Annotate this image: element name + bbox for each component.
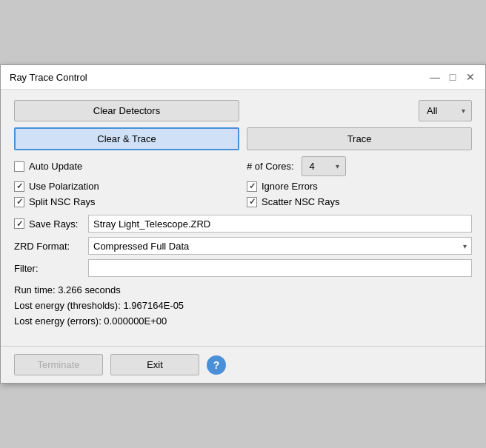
lost-energy-errors-stat: Lost energy (errors): 0.000000E+00	[14, 315, 472, 327]
lost-energy-thresh-stat: Lost energy (thresholds): 1.967164E-05	[14, 300, 472, 311]
cores-dropdown-button[interactable]: 4 ▾	[302, 156, 346, 176]
split-nsc-rays-option: Split NSC Rays	[14, 196, 239, 207]
ignore-errors-label: Ignore Errors	[262, 181, 318, 192]
save-rays-label: Save Rays:	[29, 218, 78, 230]
trace-button[interactable]: Trace	[247, 127, 472, 150]
button-row-1: Clear Detectors All ▾	[14, 100, 472, 121]
all-label: All	[427, 105, 437, 116]
save-rays-checkbox[interactable]	[14, 218, 24, 229]
cores-dropdown-arrow: ▾	[336, 162, 339, 170]
use-polarization-checkbox[interactable]	[14, 181, 24, 192]
clear-detectors-wrapper: Clear Detectors	[14, 100, 239, 121]
use-polarization-option: Use Polarization	[14, 181, 239, 192]
scatter-nsc-rays-label: Scatter NSC Rays	[262, 196, 339, 207]
cores-value: 4	[310, 161, 315, 172]
title-bar-controls: — □ ✕	[429, 71, 476, 83]
minimize-button[interactable]: —	[429, 71, 441, 83]
cores-option: # of Cores: 4 ▾	[247, 156, 472, 176]
filter-input[interactable]	[88, 259, 472, 277]
filter-label: Filter:	[14, 263, 81, 274]
auto-update-label: Auto Update	[29, 161, 82, 172]
zrd-format-value: Compressed Full Data	[93, 241, 189, 252]
content-area: Clear Detectors All ▾ Clear & Trace Trac…	[1, 90, 485, 346]
scatter-nsc-rays-option: Scatter NSC Rays	[247, 196, 472, 207]
maximize-button[interactable]: □	[447, 71, 459, 83]
options-grid: Auto Update # of Cores: 4 ▾ Use Polariza…	[14, 156, 472, 207]
clear-and-trace-button[interactable]: Clear & Trace	[14, 127, 239, 150]
scatter-nsc-rays-checkbox[interactable]	[247, 197, 257, 207]
title-bar: Ray Trace Control — □ ✕	[1, 65, 485, 90]
close-button[interactable]: ✕	[465, 71, 476, 83]
zrd-format-dropdown[interactable]: Compressed Full Data ▾	[88, 237, 472, 255]
auto-update-checkbox[interactable]	[14, 161, 24, 172]
zrd-format-arrow: ▾	[463, 242, 467, 250]
button-row-2: Clear & Trace Trace	[14, 127, 472, 150]
terminate-button[interactable]: Terminate	[14, 354, 103, 375]
use-polarization-label: Use Polarization	[29, 181, 99, 192]
zrd-format-row: ZRD Format: Compressed Full Data ▾	[14, 237, 472, 255]
cores-label: # of Cores:	[247, 161, 294, 172]
zrd-format-label: ZRD Format:	[14, 241, 81, 252]
all-dropdown-button[interactable]: All ▾	[419, 100, 472, 121]
all-dropdown-wrapper: All ▾	[247, 100, 472, 121]
window-title: Ray Trace Control	[10, 72, 87, 83]
exit-button[interactable]: Exit	[110, 354, 199, 375]
split-nsc-rays-checkbox[interactable]	[14, 197, 24, 207]
save-rays-checkbox-group: Save Rays:	[14, 218, 81, 230]
ignore-errors-checkbox[interactable]	[247, 181, 257, 192]
split-nsc-rays-label: Split NSC Rays	[29, 196, 96, 207]
help-button[interactable]: ?	[207, 355, 226, 375]
clear-trace-wrapper: Clear & Trace	[14, 127, 239, 150]
filter-row: Filter:	[14, 259, 472, 277]
auto-update-option: Auto Update	[14, 156, 239, 176]
save-rays-input[interactable]	[88, 215, 472, 233]
all-dropdown-arrow: ▾	[462, 107, 465, 115]
ray-trace-control-window: Ray Trace Control — □ ✕ Clear Detectors …	[0, 64, 486, 384]
clear-detectors-button[interactable]: Clear Detectors	[14, 100, 239, 121]
run-time-stat: Run time: 3.266 seconds	[14, 284, 472, 295]
footer: Terminate Exit ?	[1, 346, 485, 383]
trace-wrapper: Trace	[247, 127, 472, 150]
ignore-errors-option: Ignore Errors	[247, 181, 472, 192]
save-rays-row: Save Rays:	[14, 215, 472, 233]
stats-section: Run time: 3.266 seconds Lost energy (thr…	[14, 284, 472, 327]
